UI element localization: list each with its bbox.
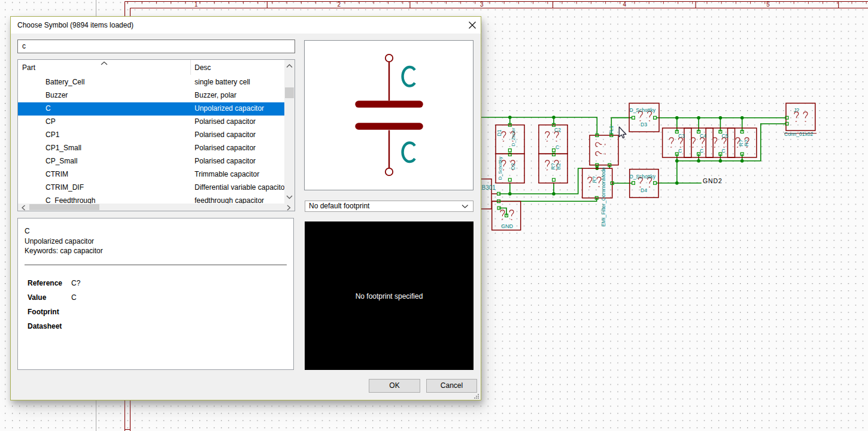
svg-text:C: C (722, 148, 726, 154)
svg-text:C5: C5 (722, 133, 729, 139)
svg-text:GND: GND (501, 223, 514, 229)
svg-text:D2: D2 (510, 163, 516, 169)
svg-text:C2: C2 (554, 127, 561, 133)
svg-text:1: 1 (195, 1, 198, 8)
svg-text:3: 3 (480, 1, 484, 8)
svg-text:4: 4 (623, 1, 627, 8)
svg-text:R2: R2 (556, 163, 562, 169)
svg-text:Conn_01x02: Conn_01x02 (784, 131, 813, 137)
svg-text:5: 5 (766, 1, 770, 8)
svg-text:D_Zener: D_Zener (511, 128, 516, 146)
svg-text:C4: C4 (700, 133, 706, 139)
svg-text:R?: R? (743, 139, 749, 146)
svg-text:C: C (678, 148, 682, 154)
svg-text:D1: D1 (496, 129, 502, 136)
svg-text:D3: D3 (641, 122, 647, 128)
svg-text:2: 2 (337, 1, 341, 8)
svg-text:C3: C3 (678, 133, 685, 139)
svg-text:GND2: GND2 (703, 177, 723, 184)
svg-text:D_Schottky: D_Schottky (630, 107, 656, 113)
svg-text:D4: D4 (641, 187, 647, 193)
svg-text:EMI_Filter_CommonMode: EMI_Filter_CommonMode (600, 167, 606, 226)
svg-text:R?: R? (591, 176, 597, 183)
svg-text:D_Schottky: D_Schottky (630, 174, 656, 180)
svg-text:J?: J? (794, 107, 799, 113)
svg-text:FL1: FL1 (608, 125, 614, 134)
svg-text:C: C (556, 144, 559, 150)
svg-text:D_Schottky: D_Schottky (497, 157, 503, 180)
